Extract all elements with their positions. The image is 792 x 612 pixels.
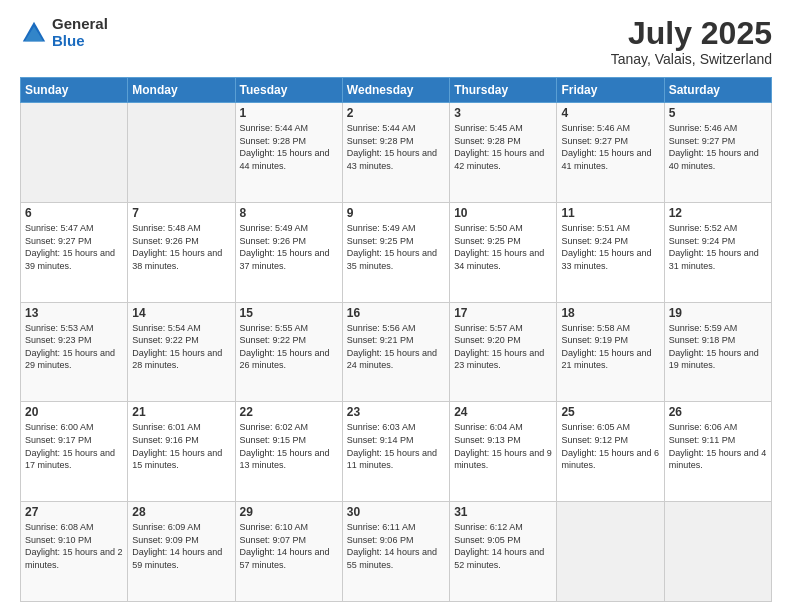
day-number: 22 bbox=[240, 405, 338, 419]
header-cell-tuesday: Tuesday bbox=[235, 78, 342, 103]
day-cell: 8Sunrise: 5:49 AMSunset: 9:26 PMDaylight… bbox=[235, 202, 342, 302]
day-info: Sunrise: 5:54 AMSunset: 9:22 PMDaylight:… bbox=[132, 322, 230, 372]
day-info: Sunrise: 5:48 AMSunset: 9:26 PMDaylight:… bbox=[132, 222, 230, 272]
day-info: Sunrise: 6:05 AMSunset: 9:12 PMDaylight:… bbox=[561, 421, 659, 471]
day-number: 18 bbox=[561, 306, 659, 320]
day-info: Sunrise: 5:56 AMSunset: 9:21 PMDaylight:… bbox=[347, 322, 445, 372]
day-cell bbox=[21, 103, 128, 203]
day-info: Sunrise: 5:53 AMSunset: 9:23 PMDaylight:… bbox=[25, 322, 123, 372]
header-cell-sunday: Sunday bbox=[21, 78, 128, 103]
day-number: 5 bbox=[669, 106, 767, 120]
day-info: Sunrise: 5:58 AMSunset: 9:19 PMDaylight:… bbox=[561, 322, 659, 372]
day-cell: 7Sunrise: 5:48 AMSunset: 9:26 PMDaylight… bbox=[128, 202, 235, 302]
header-cell-saturday: Saturday bbox=[664, 78, 771, 103]
week-row-4: 20Sunrise: 6:00 AMSunset: 9:17 PMDayligh… bbox=[21, 402, 772, 502]
logo-icon bbox=[20, 19, 48, 47]
day-number: 10 bbox=[454, 206, 552, 220]
day-number: 23 bbox=[347, 405, 445, 419]
day-info: Sunrise: 5:46 AMSunset: 9:27 PMDaylight:… bbox=[669, 122, 767, 172]
day-cell: 10Sunrise: 5:50 AMSunset: 9:25 PMDayligh… bbox=[450, 202, 557, 302]
header-cell-thursday: Thursday bbox=[450, 78, 557, 103]
day-number: 21 bbox=[132, 405, 230, 419]
day-info: Sunrise: 6:00 AMSunset: 9:17 PMDaylight:… bbox=[25, 421, 123, 471]
day-cell: 13Sunrise: 5:53 AMSunset: 9:23 PMDayligh… bbox=[21, 302, 128, 402]
day-cell: 16Sunrise: 5:56 AMSunset: 9:21 PMDayligh… bbox=[342, 302, 449, 402]
header: General Blue July 2025 Tanay, Valais, Sw… bbox=[20, 16, 772, 67]
day-cell: 18Sunrise: 5:58 AMSunset: 9:19 PMDayligh… bbox=[557, 302, 664, 402]
header-cell-monday: Monday bbox=[128, 78, 235, 103]
day-info: Sunrise: 6:08 AMSunset: 9:10 PMDaylight:… bbox=[25, 521, 123, 571]
day-info: Sunrise: 6:06 AMSunset: 9:11 PMDaylight:… bbox=[669, 421, 767, 471]
day-number: 12 bbox=[669, 206, 767, 220]
day-number: 6 bbox=[25, 206, 123, 220]
day-info: Sunrise: 6:09 AMSunset: 9:09 PMDaylight:… bbox=[132, 521, 230, 571]
day-cell: 30Sunrise: 6:11 AMSunset: 9:06 PMDayligh… bbox=[342, 502, 449, 602]
day-number: 14 bbox=[132, 306, 230, 320]
day-number: 28 bbox=[132, 505, 230, 519]
day-info: Sunrise: 6:12 AMSunset: 9:05 PMDaylight:… bbox=[454, 521, 552, 571]
day-info: Sunrise: 5:51 AMSunset: 9:24 PMDaylight:… bbox=[561, 222, 659, 272]
day-cell: 28Sunrise: 6:09 AMSunset: 9:09 PMDayligh… bbox=[128, 502, 235, 602]
logo-text: General Blue bbox=[52, 16, 108, 49]
day-number: 11 bbox=[561, 206, 659, 220]
day-cell: 3Sunrise: 5:45 AMSunset: 9:28 PMDaylight… bbox=[450, 103, 557, 203]
day-cell: 27Sunrise: 6:08 AMSunset: 9:10 PMDayligh… bbox=[21, 502, 128, 602]
day-cell: 23Sunrise: 6:03 AMSunset: 9:14 PMDayligh… bbox=[342, 402, 449, 502]
day-number: 15 bbox=[240, 306, 338, 320]
calendar-table: SundayMondayTuesdayWednesdayThursdayFrid… bbox=[20, 77, 772, 602]
subtitle: Tanay, Valais, Switzerland bbox=[611, 51, 772, 67]
day-number: 13 bbox=[25, 306, 123, 320]
week-row-1: 1Sunrise: 5:44 AMSunset: 9:28 PMDaylight… bbox=[21, 103, 772, 203]
title-block: July 2025 Tanay, Valais, Switzerland bbox=[611, 16, 772, 67]
day-info: Sunrise: 5:57 AMSunset: 9:20 PMDaylight:… bbox=[454, 322, 552, 372]
day-cell: 11Sunrise: 5:51 AMSunset: 9:24 PMDayligh… bbox=[557, 202, 664, 302]
day-info: Sunrise: 5:49 AMSunset: 9:25 PMDaylight:… bbox=[347, 222, 445, 272]
day-info: Sunrise: 5:59 AMSunset: 9:18 PMDaylight:… bbox=[669, 322, 767, 372]
calendar-header: SundayMondayTuesdayWednesdayThursdayFrid… bbox=[21, 78, 772, 103]
day-number: 20 bbox=[25, 405, 123, 419]
calendar-body: 1Sunrise: 5:44 AMSunset: 9:28 PMDaylight… bbox=[21, 103, 772, 602]
day-cell bbox=[664, 502, 771, 602]
day-cell: 2Sunrise: 5:44 AMSunset: 9:28 PMDaylight… bbox=[342, 103, 449, 203]
day-info: Sunrise: 5:44 AMSunset: 9:28 PMDaylight:… bbox=[240, 122, 338, 172]
day-number: 19 bbox=[669, 306, 767, 320]
day-info: Sunrise: 5:55 AMSunset: 9:22 PMDaylight:… bbox=[240, 322, 338, 372]
day-number: 1 bbox=[240, 106, 338, 120]
day-info: Sunrise: 5:45 AMSunset: 9:28 PMDaylight:… bbox=[454, 122, 552, 172]
day-info: Sunrise: 6:04 AMSunset: 9:13 PMDaylight:… bbox=[454, 421, 552, 471]
day-cell: 24Sunrise: 6:04 AMSunset: 9:13 PMDayligh… bbox=[450, 402, 557, 502]
day-info: Sunrise: 6:10 AMSunset: 9:07 PMDaylight:… bbox=[240, 521, 338, 571]
day-number: 29 bbox=[240, 505, 338, 519]
logo-general: General bbox=[52, 16, 108, 33]
day-number: 2 bbox=[347, 106, 445, 120]
day-number: 26 bbox=[669, 405, 767, 419]
day-number: 8 bbox=[240, 206, 338, 220]
day-cell: 21Sunrise: 6:01 AMSunset: 9:16 PMDayligh… bbox=[128, 402, 235, 502]
week-row-3: 13Sunrise: 5:53 AMSunset: 9:23 PMDayligh… bbox=[21, 302, 772, 402]
day-info: Sunrise: 5:49 AMSunset: 9:26 PMDaylight:… bbox=[240, 222, 338, 272]
day-info: Sunrise: 5:47 AMSunset: 9:27 PMDaylight:… bbox=[25, 222, 123, 272]
day-number: 16 bbox=[347, 306, 445, 320]
day-cell: 9Sunrise: 5:49 AMSunset: 9:25 PMDaylight… bbox=[342, 202, 449, 302]
header-cell-wednesday: Wednesday bbox=[342, 78, 449, 103]
day-cell: 15Sunrise: 5:55 AMSunset: 9:22 PMDayligh… bbox=[235, 302, 342, 402]
day-info: Sunrise: 5:50 AMSunset: 9:25 PMDaylight:… bbox=[454, 222, 552, 272]
day-number: 25 bbox=[561, 405, 659, 419]
week-row-2: 6Sunrise: 5:47 AMSunset: 9:27 PMDaylight… bbox=[21, 202, 772, 302]
page: General Blue July 2025 Tanay, Valais, Sw… bbox=[0, 0, 792, 612]
week-row-5: 27Sunrise: 6:08 AMSunset: 9:10 PMDayligh… bbox=[21, 502, 772, 602]
day-number: 31 bbox=[454, 505, 552, 519]
day-info: Sunrise: 6:02 AMSunset: 9:15 PMDaylight:… bbox=[240, 421, 338, 471]
day-info: Sunrise: 5:46 AMSunset: 9:27 PMDaylight:… bbox=[561, 122, 659, 172]
day-cell: 17Sunrise: 5:57 AMSunset: 9:20 PMDayligh… bbox=[450, 302, 557, 402]
day-number: 3 bbox=[454, 106, 552, 120]
day-number: 17 bbox=[454, 306, 552, 320]
day-info: Sunrise: 6:11 AMSunset: 9:06 PMDaylight:… bbox=[347, 521, 445, 571]
day-cell bbox=[557, 502, 664, 602]
day-cell: 1Sunrise: 5:44 AMSunset: 9:28 PMDaylight… bbox=[235, 103, 342, 203]
day-cell: 19Sunrise: 5:59 AMSunset: 9:18 PMDayligh… bbox=[664, 302, 771, 402]
day-number: 9 bbox=[347, 206, 445, 220]
day-cell: 29Sunrise: 6:10 AMSunset: 9:07 PMDayligh… bbox=[235, 502, 342, 602]
day-cell: 26Sunrise: 6:06 AMSunset: 9:11 PMDayligh… bbox=[664, 402, 771, 502]
day-cell: 5Sunrise: 5:46 AMSunset: 9:27 PMDaylight… bbox=[664, 103, 771, 203]
